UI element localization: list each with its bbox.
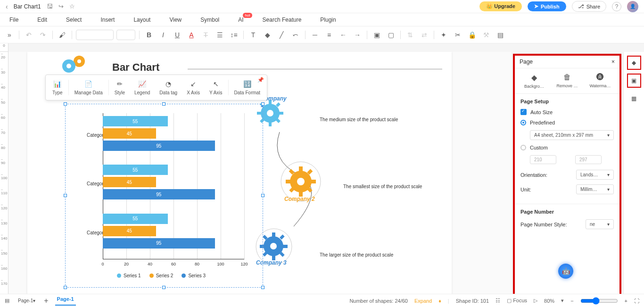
unit-select[interactable]: Millim…▾	[576, 184, 614, 194]
menu-select[interactable]: Select	[66, 17, 82, 23]
font-family-select[interactable]	[76, 30, 114, 40]
align-icon[interactable]: ☰	[214, 29, 225, 41]
bar[interactable]: 55	[103, 214, 168, 224]
bar[interactable]: 95	[103, 238, 215, 249]
height-input[interactable]: 297	[575, 155, 602, 164]
watermark-button[interactable]: 🅐Waterma…	[586, 73, 614, 89]
effects-icon[interactable]: ✦	[438, 29, 449, 41]
fullscreen-icon[interactable]: ⛶	[634, 298, 639, 304]
pages-icon[interactable]: ▤	[5, 298, 9, 304]
menu-symbol[interactable]: Symbol	[200, 17, 219, 23]
bar[interactable]: 45	[103, 177, 156, 187]
bar[interactable]: 45	[103, 128, 156, 139]
canvas-wrap[interactable]: Bar Chart 📌 📊Type 📄Manage Data ✏Style 📈L…	[8, 52, 511, 307]
bold-icon[interactable]: B	[143, 29, 155, 41]
help-icon[interactable]: ?	[612, 2, 621, 11]
page-select[interactable]: Page-1 ▾	[16, 297, 37, 304]
menu-search-feature[interactable]: Search Feature	[263, 17, 302, 23]
star-icon[interactable]: ☆	[69, 3, 75, 10]
bar[interactable]: 95	[103, 189, 215, 199]
arrow-start-icon[interactable]: ←	[338, 29, 349, 41]
focus-button[interactable]: ▢ Focus	[507, 298, 527, 304]
page-props-button[interactable]: ▣	[627, 74, 641, 88]
expand-left-icon[interactable]: »	[4, 29, 15, 41]
handle-tl[interactable]	[64, 102, 67, 106]
page-tab[interactable]: Page-1	[55, 296, 76, 306]
gear-company-1[interactable]: Company 1	[256, 99, 284, 127]
menu-ai[interactable]: AIhot	[238, 17, 243, 23]
add-page-icon[interactable]: +	[44, 297, 48, 305]
handle-bm[interactable]	[162, 286, 165, 289]
lock-icon[interactable]: 🔒	[466, 29, 478, 41]
expand-link[interactable]: Expand	[414, 298, 432, 304]
ct-xaxis[interactable]: ↙X Axis	[182, 78, 205, 97]
theme-button[interactable]: ◆	[627, 56, 641, 70]
gear-company-2[interactable]: Company 2	[284, 165, 317, 198]
text-icon[interactable]: T	[248, 29, 259, 41]
canvas[interactable]: Bar Chart 📌 📊Type 📄Manage Data ✏Style 📈L…	[27, 52, 452, 297]
assistant-bubble[interactable]: 🤖	[558, 264, 573, 279]
ct-legend[interactable]: 📈Legend	[130, 78, 155, 97]
remove-button[interactable]: 🗑Remove …	[553, 73, 581, 89]
export-icon[interactable]: ↪	[58, 3, 64, 10]
more-icon[interactable]: ▤	[495, 29, 506, 41]
legend-item[interactable]: Series 3	[182, 273, 206, 278]
handle-bl[interactable]	[64, 286, 67, 289]
handle-mr[interactable]	[261, 194, 264, 197]
grid-button[interactable]: ▦	[627, 91, 641, 106]
bar-chart[interactable]: 020406080100120Category 3554595Category …	[74, 113, 254, 278]
menu-plugin[interactable]: Plugin	[320, 17, 336, 23]
back-icon[interactable]: ‹	[6, 3, 8, 10]
italic-icon[interactable]: I	[157, 29, 169, 41]
save-icon[interactable]: 🖫	[47, 3, 53, 10]
menu-insert[interactable]: Insert	[100, 17, 115, 23]
share-button[interactable]: ⎇Share	[572, 1, 606, 12]
ct-yaxis[interactable]: ↖Y Axis	[205, 78, 227, 97]
orientation-select[interactable]: Lands…▾	[576, 170, 614, 180]
legend-item[interactable]: Series 2	[149, 273, 173, 278]
crop-icon[interactable]: ✂	[452, 29, 463, 41]
layers-icon[interactable]: ☷	[495, 298, 500, 304]
redo-icon[interactable]: ↷	[37, 29, 49, 41]
connector-icon[interactable]: ⤺	[290, 29, 301, 41]
autosize-checkbox[interactable]	[520, 109, 527, 115]
align-v-icon[interactable]: ⇄	[419, 29, 430, 41]
ungroup-icon[interactable]: ▢	[385, 29, 396, 41]
bar[interactable]: 55	[103, 116, 168, 126]
handle-br[interactable]	[261, 286, 264, 289]
panel-close-icon[interactable]: ×	[611, 58, 615, 65]
bar[interactable]: 95	[103, 141, 215, 151]
strike-icon[interactable]: T̶	[200, 29, 211, 41]
pagenum-style-select[interactable]: ne▾	[586, 219, 614, 229]
line-weight-icon[interactable]: ≡	[323, 29, 335, 41]
font-size-select[interactable]	[116, 30, 135, 40]
ct-type[interactable]: 📊Type	[48, 78, 67, 97]
width-input[interactable]: 210	[530, 155, 556, 164]
zoom-slider[interactable]	[580, 297, 618, 305]
format-painter-icon[interactable]: 🖌	[57, 29, 68, 41]
menu-view[interactable]: View	[169, 17, 182, 23]
ct-manage-data[interactable]: 📄Manage Data	[70, 78, 107, 97]
custom-radio[interactable]	[520, 145, 526, 150]
avatar[interactable]: 👤	[627, 1, 638, 12]
predefined-select[interactable]: A4 sheet, 210mm x 297 mm▾	[530, 130, 614, 140]
handle-ml[interactable]	[64, 194, 67, 197]
line-style-icon[interactable]: ─	[309, 29, 321, 41]
line-spacing-icon[interactable]: ↕≡	[228, 29, 239, 41]
play-icon[interactable]: ▷	[534, 298, 537, 304]
line-icon[interactable]: ╱	[276, 29, 287, 41]
group-icon[interactable]: ▣	[371, 29, 382, 41]
predefined-radio[interactable]	[520, 120, 526, 125]
undo-icon[interactable]: ↶	[23, 29, 34, 41]
menu-file[interactable]: File	[9, 17, 18, 23]
legend-item[interactable]: Series 1	[117, 273, 141, 278]
ct-data-tag[interactable]: ◔Data tag	[155, 78, 182, 97]
fill-icon[interactable]: ◆	[262, 29, 273, 41]
gear-company-3[interactable]: Company 3	[258, 231, 289, 262]
arrow-end-icon[interactable]: →	[352, 29, 363, 41]
ct-style[interactable]: ✏Style	[110, 78, 130, 97]
zoom-out-icon[interactable]: −	[570, 298, 573, 304]
menu-layout[interactable]: Layout	[133, 17, 150, 23]
align-h-icon[interactable]: ⇅	[405, 29, 416, 41]
font-color-icon[interactable]: A	[186, 29, 197, 41]
